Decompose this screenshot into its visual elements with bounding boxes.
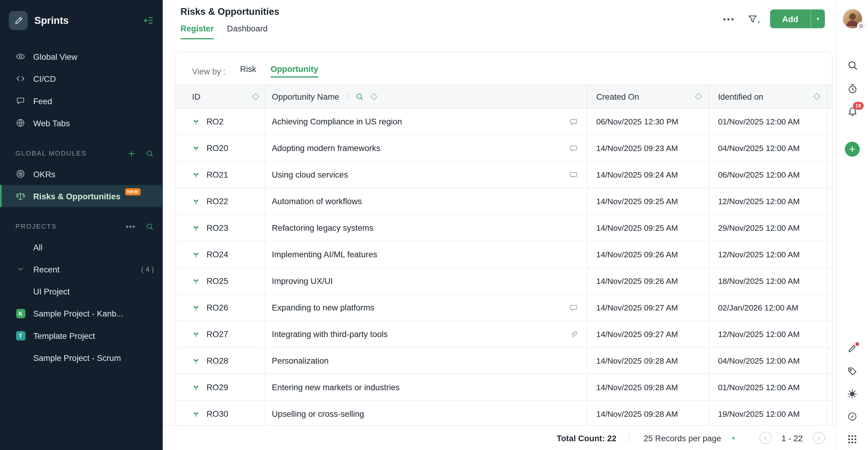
row-identified: 12/Nov/2025 12:00 AM	[709, 241, 828, 267]
table-row[interactable]: RO29 Entering new markets or industries …	[176, 374, 832, 401]
user-avatar[interactable]: ⚙	[842, 9, 862, 29]
sort-diamond-icon[interactable]	[813, 93, 820, 100]
row-name-cell[interactable]: Refactoring legacy systems	[265, 215, 587, 241]
filter-icon[interactable]: ▾	[747, 13, 758, 24]
search-icon[interactable]	[847, 60, 858, 71]
column-header-identified[interactable]: Identified on	[709, 85, 828, 108]
row-name-cell[interactable]: Adopting modern frameworks	[265, 135, 587, 161]
table-row[interactable]: RO25 Improving UX/UI 14/Nov/2025 09:26 A…	[176, 268, 832, 294]
sort-diamond-icon[interactable]	[695, 93, 702, 100]
tag-icon[interactable]	[847, 366, 858, 377]
search-projects-icon[interactable]	[146, 222, 154, 230]
row-name-cell[interactable]: Automation of workflows	[265, 188, 587, 214]
comment-icon[interactable]	[569, 303, 578, 312]
row-name[interactable]: Improving UX/UI	[272, 276, 578, 286]
row-name-cell[interactable]: Implementing AI/ML features	[265, 241, 587, 267]
add-module-icon[interactable]	[127, 149, 135, 157]
edit-pencil-icon[interactable]	[847, 343, 858, 354]
records-per-page-dropdown[interactable]: 25 Records per page ▾	[644, 433, 735, 443]
column-search-icon[interactable]	[355, 92, 363, 100]
row-name[interactable]: Entering new markets or industries	[272, 383, 578, 392]
table-row[interactable]: RO26 Expanding to new platforms 14/Nov/2…	[176, 294, 832, 321]
sidebar-item-sample-kanban[interactable]: K Sample Project - Kanb...	[0, 302, 163, 324]
sidebar-item-feed[interactable]: Feed	[0, 90, 163, 112]
view-option-opportunity[interactable]: Opportunity	[271, 64, 318, 77]
row-name-cell[interactable]: Achieving Compliance in US region	[265, 108, 587, 134]
more-options-icon[interactable]: •••	[723, 14, 735, 24]
column-header-name[interactable]: Opportunity Name	[265, 85, 587, 108]
row-name[interactable]: Achieving Compliance in US region	[272, 117, 564, 126]
theme-sun-icon[interactable]	[847, 389, 858, 399]
section-title: PROJECTS	[16, 223, 57, 230]
row-name[interactable]: Upselling or cross-selling	[272, 409, 578, 419]
table-row[interactable]: RO28 Personalization 14/Nov/2025 09:28 A…	[176, 348, 832, 374]
view-option-risk[interactable]: Risk	[240, 64, 256, 77]
sidebar-item-risks-opportunities[interactable]: Risks & Opportunities NEW	[0, 185, 163, 207]
prev-page-button[interactable]: ‹	[759, 432, 771, 444]
sidebar-item-global-view[interactable]: Global View	[0, 45, 163, 67]
row-name-cell[interactable]: Personalization	[265, 348, 587, 374]
table-row[interactable]: RO20 Adopting modern frameworks 14/Nov/2…	[176, 135, 832, 162]
timer-icon[interactable]	[847, 83, 858, 94]
comment-icon[interactable]	[569, 144, 578, 153]
sidebar-item-all-projects[interactable]: All	[0, 236, 163, 258]
row-name[interactable]: Automation of workflows	[272, 197, 578, 206]
row-name[interactable]: Adopting modern frameworks	[272, 143, 564, 153]
table-row[interactable]: RO23 Refactoring legacy systems 14/Nov/2…	[176, 215, 832, 241]
row-name[interactable]: Refactoring legacy systems	[272, 223, 578, 232]
opportunity-sprout-icon	[192, 171, 200, 179]
row-name-cell[interactable]: Entering new markets or industries	[265, 374, 587, 400]
column-header-created[interactable]: Created On	[587, 85, 709, 108]
quick-add-button[interactable]: +	[845, 142, 860, 156]
sort-diamond-icon[interactable]	[370, 93, 377, 100]
sidebar-item-label: UI Project	[33, 287, 70, 296]
row-name[interactable]: Implementing AI/ML features	[272, 250, 578, 259]
table-row[interactable]: RO30 Upselling or cross-selling 14/Nov/2…	[176, 401, 832, 425]
add-dropdown-caret[interactable]: ▾	[811, 9, 825, 28]
row-name-cell[interactable]: Expanding to new platforms	[265, 294, 587, 320]
add-button-label[interactable]: Add	[770, 9, 810, 28]
row-identified: 01/Nov/2025 12:00 AM	[709, 374, 828, 400]
sidebar-item-web-tabs[interactable]: Web Tabs	[0, 112, 163, 134]
column-header-id[interactable]: ID	[176, 85, 265, 108]
table-row[interactable]: RO27 Integrating with third-party tools …	[176, 321, 832, 348]
table-row[interactable]: RO2 Achieving Compliance in US region 06…	[176, 108, 832, 135]
empty-icon-slot	[16, 242, 25, 252]
table-row[interactable]: RO24 Implementing AI/ML features 14/Nov/…	[176, 241, 832, 268]
sidebar-collapse-icon[interactable]	[143, 15, 154, 26]
tab-register[interactable]: Register	[181, 24, 214, 39]
row-name[interactable]: Expanding to new platforms	[272, 303, 564, 312]
sidebar-item-ui-project[interactable]: UI Project	[0, 280, 163, 302]
comment-icon[interactable]	[569, 170, 578, 179]
sort-diamond-icon[interactable]	[252, 93, 259, 100]
add-button[interactable]: Add ▾	[770, 9, 825, 28]
attachment-icon[interactable]	[569, 330, 578, 339]
next-page-button[interactable]: ›	[813, 432, 825, 444]
row-identified: 18/Nov/2025 12:00 AM	[709, 268, 828, 294]
table-row[interactable]: RO22 Automation of workflows 14/Nov/2025…	[176, 188, 832, 215]
compass-icon[interactable]	[847, 411, 858, 422]
row-name[interactable]: Integrating with third-party tools	[272, 329, 564, 339]
row-name[interactable]: Personalization	[272, 356, 578, 365]
projects-more-icon[interactable]: •••	[126, 222, 135, 231]
app-grid-icon[interactable]	[847, 434, 858, 445]
search-modules-icon[interactable]	[146, 149, 154, 157]
table-row[interactable]: RO21 Using cloud services 14/Nov/2025 09…	[176, 162, 832, 188]
sidebar-item-template-project[interactable]: T Template Project	[0, 324, 163, 346]
sidebar-item-cicd[interactable]: CI/CD	[0, 68, 163, 90]
sidebar-item-sample-scrum[interactable]: Sample Project - Scrum	[0, 346, 163, 368]
row-name-cell[interactable]: Integrating with third-party tools	[265, 321, 587, 347]
row-name-cell[interactable]: Upselling or cross-selling	[265, 401, 587, 425]
row-id: RO27	[207, 329, 228, 339]
row-created: 14/Nov/2025 09:26 AM	[587, 268, 709, 294]
settings-gear-icon[interactable]: ⚙	[857, 22, 866, 30]
row-id: RO25	[207, 276, 228, 286]
sidebar-item-recent[interactable]: Recent ( 4 )	[0, 258, 163, 280]
row-name[interactable]: Using cloud services	[272, 170, 564, 180]
row-name-cell[interactable]: Improving UX/UI	[265, 268, 587, 294]
tab-dashboard[interactable]: Dashboard	[227, 24, 268, 39]
comment-icon[interactable]	[569, 117, 578, 126]
notifications-bell-icon[interactable]: 18	[847, 106, 858, 118]
sidebar-item-okrs[interactable]: OKRs	[0, 163, 163, 185]
row-name-cell[interactable]: Using cloud services	[265, 162, 587, 188]
